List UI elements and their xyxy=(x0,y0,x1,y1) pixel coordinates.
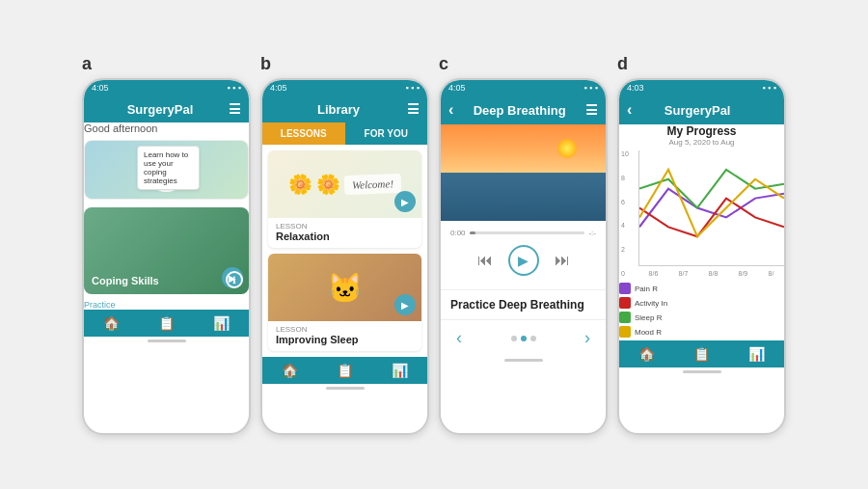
screen-c-bottom-nav: ‹ › xyxy=(441,319,606,356)
tab-home-a[interactable]: 🏠 xyxy=(103,315,120,331)
lesson-img-b2: 🐱 ▶ xyxy=(268,254,421,321)
status-time-c: 4:05 xyxy=(448,83,466,93)
chart-icon-b: 📊 xyxy=(392,363,408,378)
lesson-card-b2: 🐱 ▶ LESSON Improving Sleep xyxy=(268,254,421,351)
legend-item-pain: Pain R xyxy=(619,283,784,294)
x-89: 8/9 xyxy=(739,270,748,277)
audio-progress-bar[interactable] xyxy=(470,231,585,234)
tab-foryou-b[interactable]: FOR YOU xyxy=(345,122,428,145)
y-axis: 10 8 6 4 2 0 xyxy=(621,150,629,277)
content-d: My Progress Aug 5, 2020 to Aug 10 8 6 4 … xyxy=(619,124,784,340)
daisy1: 🌼 xyxy=(288,173,312,196)
x-87: 8/7 xyxy=(679,270,689,277)
lesson-info-b1: LESSON Relaxation xyxy=(268,218,421,248)
y6: 6 xyxy=(621,199,629,205)
time-start: 0:00 xyxy=(450,229,466,237)
lesson-card-img-a1: 🌊 Learn how to use your coping strategie… xyxy=(85,141,248,199)
hamburger-icon-c[interactable]: ☰ xyxy=(585,102,598,118)
library-icon-d: 📋 xyxy=(693,346,710,362)
screen-d-label: d xyxy=(617,54,628,74)
welcome-sign: Welcome! xyxy=(344,174,402,195)
beach-image xyxy=(441,124,606,221)
tab-chart-a[interactable]: 📊 xyxy=(213,315,230,331)
x-axis: 8/6 8/7 8/8 8/9 8/ xyxy=(638,270,784,277)
legend-label-mood: Mood R xyxy=(635,328,662,337)
tab-lessons-b[interactable]: LESSONS xyxy=(262,122,345,145)
screen-b-label: b xyxy=(260,54,271,74)
legend-area: Pain R Activity In Sleep R Mood R xyxy=(619,283,784,338)
nav-bar-c: ‹ Deep Breathing ☰ xyxy=(441,95,606,124)
legend-color-pain xyxy=(619,283,631,294)
chart-area xyxy=(638,150,784,266)
home-icon-a: 🏠 xyxy=(103,315,120,331)
home-icon-d: 🏠 xyxy=(638,346,655,362)
nav-title-a: SurgeryPal xyxy=(92,102,229,117)
y4: 4 xyxy=(621,222,629,229)
y10: 10 xyxy=(621,150,629,157)
status-bar-c: 4:05 ▪ ▪ ▪ xyxy=(441,80,606,95)
hamburger-icon-b[interactable]: ☰ xyxy=(407,101,420,117)
dot-3 xyxy=(530,336,536,341)
greeting-a: Good afternoon xyxy=(84,122,249,134)
chart-icon-d: 📊 xyxy=(748,346,765,362)
x-86: 8/6 xyxy=(649,270,659,277)
prev-arrow-c[interactable]: ‹ xyxy=(456,328,462,348)
dot-2 xyxy=(521,336,527,341)
y2: 2 xyxy=(621,246,629,253)
library-icon-a: 📋 xyxy=(158,315,175,331)
content-c: 0:00 -:- ⏮ ▶ ⏭ Practice Deep Breathing xyxy=(441,124,606,356)
chart-icon-a: 📊 xyxy=(213,315,230,331)
progress-fill xyxy=(470,231,475,234)
tooltip-box-a: Learn how to use your coping strategies xyxy=(137,146,200,190)
tab-chart-b[interactable]: 📊 xyxy=(392,363,408,378)
tab-library-d[interactable]: 📋 xyxy=(693,346,710,362)
tree-card-a: Coping Skills ▶ ℹ xyxy=(84,207,249,294)
sun-icon xyxy=(557,139,577,158)
legend-color-activity xyxy=(619,297,631,309)
screen-d: 4:03 ▪ ▪ ▪ ‹ SurgeryPal My Progress Aug … xyxy=(617,78,786,435)
lesson-title-b1: Relaxation xyxy=(276,231,414,242)
status-time-d: 4:03 xyxy=(627,83,644,93)
dots-nav xyxy=(511,336,536,341)
tab-home-d[interactable]: 🏠 xyxy=(638,346,655,362)
status-bar-a: 4:05 ▪ ▪ ▪ xyxy=(84,80,249,95)
forward-btn[interactable]: ⏭ xyxy=(555,252,570,269)
lesson-card-a1: 🌊 Learn how to use your coping strategie… xyxy=(84,140,249,200)
practice-link-a[interactable]: Practice xyxy=(84,300,249,310)
legend-color-mood xyxy=(619,326,631,338)
progress-header: My Progress Aug 5, 2020 to Aug xyxy=(619,124,784,147)
play-btn-b1[interactable]: ▶ xyxy=(394,191,416,212)
tab-library-b[interactable]: 📋 xyxy=(337,363,353,378)
screen-a-label: a xyxy=(82,54,92,74)
info-btn-a[interactable]: ℹ xyxy=(226,271,243,288)
progress-title: My Progress xyxy=(619,124,784,138)
nav-bar-a: SurgeryPal ☰ xyxy=(84,95,249,122)
tooltip-text-a: Learn how to use your coping strategies xyxy=(144,150,188,185)
time-end: -:- xyxy=(588,229,596,237)
tab-library-a[interactable]: 📋 xyxy=(158,315,175,331)
tab-bar-b: 🏠 📋 📊 xyxy=(262,357,427,384)
screen-a-wrapper: a 4:05 ▪ ▪ ▪ SurgeryPal ☰ Good afternoon… xyxy=(82,54,251,435)
tab-chart-d[interactable]: 📊 xyxy=(748,346,765,362)
hamburger-icon-a[interactable]: ☰ xyxy=(229,101,241,117)
date-range: Aug 5, 2020 to Aug xyxy=(619,138,784,147)
status-icons-d: ▪ ▪ ▪ xyxy=(762,83,776,93)
legend-color-sleep xyxy=(619,312,631,323)
next-arrow-c[interactable]: › xyxy=(584,328,590,348)
rewind-btn[interactable]: ⏮ xyxy=(477,252,493,269)
home-indicator-d xyxy=(683,370,721,373)
content-a: Good afternoon 🌊 Learn how to use your c… xyxy=(84,122,249,310)
status-time-b: 4:05 xyxy=(270,83,287,93)
lesson-label-b2: LESSON xyxy=(276,325,414,334)
legend-label-activity: Activity In xyxy=(635,299,667,308)
home-indicator-b xyxy=(326,387,365,390)
play-btn-b2[interactable]: ▶ xyxy=(394,294,416,315)
lesson-img-b1: 🌼 🌼 Welcome! ▶ xyxy=(268,150,421,218)
play-main-btn[interactable]: ▶ xyxy=(508,245,539,276)
content-b: LESSONS FOR YOU 🌼 🌼 Welcome! ▶ LESSON xyxy=(262,122,427,357)
audio-controls: 0:00 -:- ⏮ ▶ ⏭ xyxy=(441,221,606,289)
breathing-title: Practice Deep Breathing xyxy=(441,289,606,319)
legend-label-pain: Pain R xyxy=(635,285,658,293)
tab-home-b[interactable]: 🏠 xyxy=(282,363,298,378)
nav-title-c: Deep Breathing xyxy=(453,103,585,118)
